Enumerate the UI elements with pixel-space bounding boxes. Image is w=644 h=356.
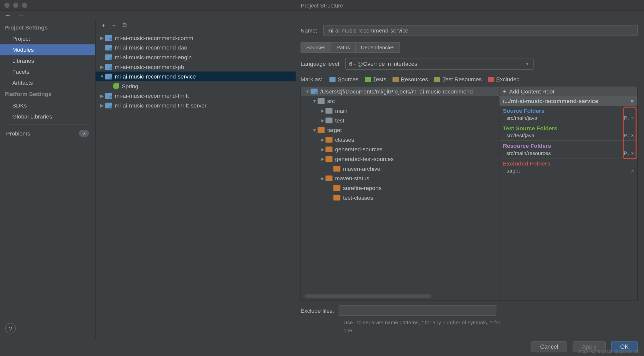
folder-path-text: src/main/java xyxy=(506,115,538,121)
module-tree[interactable]: ▶mi-ai-music-recommend-comm▶mi-ai-music-… xyxy=(96,31,296,338)
source-tree-item[interactable]: ▶main xyxy=(301,106,499,115)
remove-module-icon[interactable]: − xyxy=(112,22,116,29)
sidebar-item-problems[interactable]: Problems 2 xyxy=(0,128,95,139)
detail-tabs: SourcesPathsDependencies xyxy=(300,42,638,53)
source-tree-item[interactable]: ▼src xyxy=(301,96,499,106)
language-level-select[interactable]: 6 - @Override in interfaces ▼ xyxy=(345,58,534,70)
module-label: mi-ai-music-recommend-comm xyxy=(115,35,193,41)
folder-path-row[interactable]: target× xyxy=(503,167,634,174)
content-roots-panel: + Add Content Root /.../mi-ai-music-reco… xyxy=(500,86,638,301)
source-tree-item[interactable]: ▶test xyxy=(301,115,499,125)
tree-arrow-icon[interactable]: ▼ xyxy=(312,127,318,132)
tree-arrow-icon[interactable]: ▼ xyxy=(312,98,318,103)
tab-sources[interactable]: Sources xyxy=(300,42,331,53)
module-detail-panel: Name: SourcesPathsDependencies Language … xyxy=(296,20,644,338)
source-tree-item[interactable]: ▶classes xyxy=(301,135,499,144)
window-close-button[interactable] xyxy=(4,3,10,8)
module-label: mi-ai-music-recommend-engin xyxy=(115,54,192,60)
tree-arrow-icon[interactable]: ▶ xyxy=(319,137,326,142)
folder-label: test xyxy=(335,117,344,123)
source-tree-item[interactable]: ▶surefire-reports xyxy=(301,183,499,193)
nav-back-icon[interactable]: ← xyxy=(4,12,12,20)
module-facet-item[interactable]: ▶Spring xyxy=(96,81,296,91)
source-tree-item[interactable]: ▼target xyxy=(301,125,499,135)
markas-resources[interactable]: Resources xyxy=(392,76,428,83)
exclude-files-input[interactable] xyxy=(338,305,496,316)
window-zoom-button[interactable] xyxy=(22,3,27,8)
sidebar-item-facets[interactable]: Facets xyxy=(0,66,95,77)
tree-arrow-icon[interactable]: ▶ xyxy=(319,176,326,181)
markas-excluded[interactable]: Excluded xyxy=(488,76,520,83)
source-tree-item[interactable]: ▶maven-status xyxy=(301,173,499,183)
add-module-icon[interactable]: + xyxy=(102,22,105,29)
module-name-input[interactable] xyxy=(324,25,638,36)
remove-content-root-icon[interactable]: × xyxy=(630,97,634,104)
content-root-display-path: /.../mi-ai-music-recommend-service xyxy=(503,97,598,104)
folder-label: maven-archiver xyxy=(343,165,382,172)
folder-section-heading: Excluded Folders xyxy=(503,160,634,167)
module-label: mi-ai-music-recommend-thrift-server xyxy=(115,102,207,108)
source-tree-item[interactable]: ▶generated-test-sources xyxy=(301,154,499,164)
tab-paths[interactable]: Paths xyxy=(331,42,356,53)
folder-path-row[interactable]: src/main/resourcesP↓ × xyxy=(503,149,634,156)
sidebar-item-modules[interactable]: Modules xyxy=(0,44,95,55)
tree-arrow-icon[interactable]: ▼ xyxy=(99,74,105,79)
window-minimize-button[interactable] xyxy=(13,3,18,8)
markas-test-resources[interactable]: Test Resources xyxy=(434,76,482,83)
tree-arrow-icon[interactable]: ▶ xyxy=(319,108,326,113)
folder-label: surefire-reports xyxy=(343,185,382,191)
tree-arrow-icon[interactable]: ▶ xyxy=(99,103,105,108)
markas-tests[interactable]: Tests xyxy=(365,76,386,83)
titlebar: Project Structure xyxy=(0,0,644,11)
cancel-button[interactable]: Cancel xyxy=(531,341,568,352)
markas-sources[interactable]: Sources xyxy=(329,76,358,83)
folder-label: src xyxy=(327,97,335,104)
remove-folder-icon[interactable]: × xyxy=(631,168,634,173)
tree-arrow-icon[interactable]: ▶ xyxy=(99,35,105,40)
module-icon xyxy=(105,64,112,70)
module-icon xyxy=(105,74,112,79)
watermark: https://zjf-bigdata.blog.csdn.net xyxy=(579,349,640,353)
module-icon xyxy=(105,35,112,41)
module-tree-item[interactable]: ▶mi-ai-music-recommend-dao xyxy=(96,43,296,52)
add-content-root-button[interactable]: + Add Content Root xyxy=(500,87,638,96)
horizontal-scrollbar[interactable] xyxy=(304,294,432,298)
module-label: mi-ai-music-recommend-pb xyxy=(115,64,184,70)
tree-arrow-icon[interactable]: ▶ xyxy=(99,93,105,98)
sidebar-item-libraries[interactable]: Libraries xyxy=(0,55,95,66)
copy-module-icon[interactable]: ⧉ xyxy=(123,22,127,29)
source-tree-item[interactable]: ▶generated-sources xyxy=(301,144,499,154)
module-icon xyxy=(105,93,112,98)
module-tree-item[interactable]: ▼mi-ai-music-recommend-service xyxy=(96,72,296,81)
tree-arrow-icon[interactable]: ▶ xyxy=(319,156,326,161)
module-tree-item[interactable]: ▶mi-ai-music-recommend-thrift xyxy=(96,91,296,100)
module-tree-item[interactable]: ▶mi-ai-music-recommend-engin xyxy=(96,52,296,62)
folder-icon xyxy=(326,146,332,152)
folder-path-row[interactable]: src/main/javaP↓ × xyxy=(503,114,634,121)
folder-label: generated-sources xyxy=(335,146,383,152)
tab-dependencies[interactable]: Dependencies xyxy=(356,42,400,53)
module-tree-item[interactable]: ▶mi-ai-music-recommend-comm xyxy=(96,33,296,43)
folder-path-row[interactable]: src/test/javaP↓ × xyxy=(503,132,634,139)
markas-label: Test Resources xyxy=(442,76,482,83)
tree-arrow-icon[interactable]: ▶ xyxy=(319,118,326,122)
sidebar-item-global-libraries[interactable]: Global Libraries xyxy=(0,111,95,122)
folder-icon xyxy=(310,89,318,94)
sidebar-item-project[interactable]: Project xyxy=(0,33,95,44)
folder-icon xyxy=(318,98,324,104)
nav-forward-icon[interactable]: → xyxy=(18,12,24,20)
sidebar-heading-project: Project Settings xyxy=(0,22,95,33)
source-tree-item[interactable]: ▶maven-archiver xyxy=(301,164,499,173)
module-label: mi-ai-music-recommend-dao xyxy=(115,44,187,51)
source-tree-item[interactable]: ▶test-classes xyxy=(301,193,499,202)
module-tree-item[interactable]: ▶mi-ai-music-recommend-pb xyxy=(96,62,296,72)
markas-label: Mark as: xyxy=(300,76,322,83)
tree-arrow-icon[interactable]: ▶ xyxy=(319,147,326,151)
mark-color-icon xyxy=(365,77,371,82)
help-button[interactable]: ? xyxy=(5,323,16,333)
sidebar-item-artifacts[interactable]: Artifacts xyxy=(0,77,95,88)
module-tree-item[interactable]: ▶mi-ai-music-recommend-thrift-server xyxy=(96,100,296,110)
sidebar-item-sdks[interactable]: SDKs xyxy=(0,100,95,111)
content-root-tree[interactable]: ▼ /Users/zjf/Documents/mi/gitProjects/mi… xyxy=(300,86,500,301)
tree-arrow-icon[interactable]: ▶ xyxy=(99,64,105,69)
